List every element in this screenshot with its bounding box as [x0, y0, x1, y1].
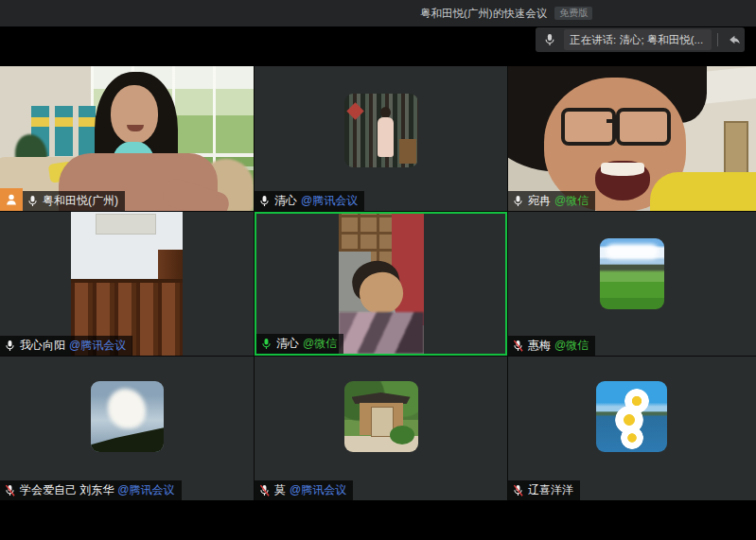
- video-feed: [339, 214, 424, 354]
- video-tile-4[interactable]: 我心向阳 @腾讯会议: [0, 212, 254, 356]
- participant-name: 学会爱自己 刘东华: [20, 482, 114, 498]
- participant-platform: @腾讯会议: [290, 482, 346, 498]
- participant-name: 辽喜洋洋: [528, 482, 573, 498]
- participant-platform: @微信: [554, 338, 589, 354]
- avatar-photo: [600, 238, 664, 309]
- mic-on-icon: [512, 195, 524, 207]
- mic-on-icon: [26, 195, 39, 207]
- indicator-divider: [717, 33, 718, 46]
- participant-name: 惠梅: [528, 338, 551, 354]
- participant-name: 粤和田悦(广州): [43, 193, 118, 209]
- mic-muted-icon: [4, 484, 16, 496]
- video-tile-active-speaker[interactable]: 清心 @微信: [255, 212, 507, 356]
- avatar-photo: [91, 381, 164, 452]
- participant-name: 宛冉: [528, 193, 551, 209]
- speaking-indicator[interactable]: 正在讲话: 清心; 粤和田悦(...: [536, 27, 745, 52]
- participant-name: 莫: [274, 482, 286, 498]
- participant-name: 我心向阳: [20, 338, 65, 354]
- mic-on-icon: [4, 340, 16, 352]
- mic-muted-icon: [512, 340, 524, 352]
- video-tile-7[interactable]: 学会爱自己 刘东华 @腾讯会议: [0, 357, 254, 500]
- participant-platform: @微信: [554, 193, 589, 209]
- mic-on-icon: [258, 195, 271, 207]
- person-icon: [5, 193, 18, 206]
- free-version-badge: 免费版: [554, 7, 592, 20]
- participant-name: 清心: [276, 336, 299, 352]
- video-tile-3[interactable]: 宛冉 @微信: [508, 66, 756, 211]
- video-grid: 粤和田悦(广州) 清心 @腾讯会议 宛冉 @微信: [0, 66, 756, 500]
- video-tile-host[interactable]: 粤和田悦(广州): [0, 66, 254, 211]
- participant-platform: @腾讯会议: [69, 338, 126, 354]
- mic-speaking-icon: [260, 338, 273, 350]
- video-feed: [508, 66, 756, 211]
- video-tile-6[interactable]: 惠梅 @微信: [508, 212, 756, 356]
- avatar-photo: [344, 381, 418, 452]
- speaking-indicator-text: 正在讲话: 清心; 粤和田悦(...: [564, 29, 712, 50]
- window-titlebar: 粤和田悦(广州)的快速会议 免费版: [0, 0, 756, 26]
- participant-platform: @腾讯会议: [117, 482, 174, 498]
- host-badge: [0, 188, 23, 211]
- avatar-photo: [344, 94, 418, 167]
- collapse-arrow-icon[interactable]: [722, 33, 745, 46]
- video-tile-2[interactable]: 清心 @腾讯会议: [255, 66, 507, 211]
- participant-name: 清心: [274, 193, 297, 209]
- microphone-icon: [536, 33, 564, 46]
- participant-platform: @微信: [303, 336, 337, 352]
- mic-muted-icon: [512, 484, 524, 496]
- avatar-photo: [596, 381, 667, 452]
- meeting-title: 粤和田悦(广州)的快速会议: [420, 7, 547, 21]
- video-tile-9[interactable]: 辽喜洋洋: [508, 357, 756, 500]
- mic-muted-icon: [258, 484, 271, 496]
- video-feed: [71, 212, 183, 356]
- video-tile-8[interactable]: 莫 @腾讯会议: [255, 357, 507, 500]
- participant-platform: @腾讯会议: [301, 193, 358, 209]
